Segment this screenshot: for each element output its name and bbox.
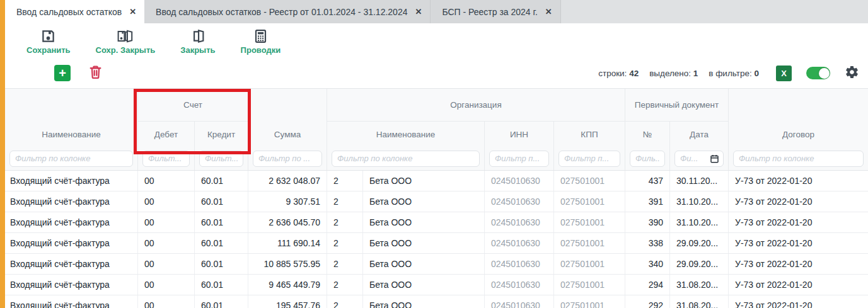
- grid-toggle-switch[interactable]: [806, 67, 830, 79]
- cell-doc_name[interactable]: Входящий счёт-фактура: [5, 212, 137, 232]
- cell-number[interactable]: 391: [625, 191, 669, 212]
- cell-org_code[interactable]: 2: [327, 191, 362, 212]
- cell-org_code[interactable]: 2: [327, 254, 362, 274]
- filter-input-kpp[interactable]: [558, 151, 620, 167]
- cell-credit[interactable]: 60.01: [194, 171, 248, 191]
- cell-inn[interactable]: 0245010630: [484, 212, 553, 232]
- cell-org_name[interactable]: Бета ООО: [362, 212, 484, 232]
- tab-close-icon[interactable]: ✕: [415, 8, 422, 16]
- column-header-date[interactable]: Дата: [669, 122, 728, 147]
- cell-debit[interactable]: 00: [137, 254, 194, 274]
- table-row[interactable]: Входящий счёт-фактура0060.01111 690.142Б…: [5, 233, 868, 254]
- calendar-icon[interactable]: [710, 154, 719, 163]
- cell-org_name[interactable]: Бета ООО: [362, 191, 484, 212]
- cell-sum[interactable]: 9 307.51: [248, 191, 327, 212]
- cell-number[interactable]: 294: [625, 275, 669, 295]
- cell-org_code[interactable]: 2: [327, 275, 362, 295]
- cell-debit[interactable]: 00: [137, 275, 194, 295]
- cell-sum[interactable]: 9 465 449.79: [248, 275, 327, 295]
- toolbar-button-save[interactable]: Сохранить: [21, 26, 76, 55]
- excel-export-button[interactable]: X: [776, 66, 792, 81]
- column-header-inn[interactable]: ИНН: [484, 122, 553, 147]
- cell-number[interactable]: 340: [625, 254, 669, 274]
- cell-org_code[interactable]: 2: [327, 295, 362, 308]
- table-row[interactable]: Входящий счёт-фактура0060.019 465 449.79…: [5, 275, 868, 295]
- cell-org_name[interactable]: Бета ООО: [362, 254, 484, 274]
- filter-input-inn[interactable]: [489, 151, 549, 167]
- cell-date[interactable]: 29.09.20...: [669, 254, 728, 274]
- cell-number[interactable]: 292: [625, 295, 669, 308]
- column-header-sum[interactable]: Сумма: [248, 89, 327, 147]
- cell-inn[interactable]: 0245010630: [484, 233, 553, 253]
- cell-inn[interactable]: 0245010630: [484, 171, 553, 191]
- cell-contract[interactable]: У-73 от 2022-01-20: [728, 212, 868, 232]
- column-header-org[interactable]: Наименование: [327, 122, 484, 147]
- cell-contract[interactable]: У-73 от 2022-01-20: [728, 254, 868, 274]
- cell-doc_name[interactable]: Входящий счёт-фактура: [5, 191, 137, 212]
- cell-org_name[interactable]: Бета ООО: [362, 295, 484, 308]
- cell-inn[interactable]: 0245010630: [484, 295, 553, 308]
- cell-sum[interactable]: 2 632 048.07: [248, 171, 327, 191]
- filter-input-doc_name[interactable]: [9, 151, 133, 167]
- cell-inn[interactable]: 0245010630: [484, 275, 553, 295]
- cell-kpp[interactable]: 027501001: [553, 254, 625, 274]
- cell-date[interactable]: 31.10.20...: [669, 191, 728, 212]
- delete-row-button[interactable]: [88, 64, 103, 83]
- cell-debit[interactable]: 00: [137, 171, 194, 191]
- cell-credit[interactable]: 60.01: [194, 295, 248, 308]
- cell-org_name[interactable]: Бета ООО: [362, 275, 484, 295]
- table-row[interactable]: Входящий счёт-фактура0060.012 636 045.70…: [5, 212, 868, 233]
- cell-kpp[interactable]: 027501001: [553, 233, 625, 253]
- toolbar-button-postings[interactable]: Проводки: [236, 26, 286, 55]
- cell-sum[interactable]: 195 457.76: [248, 295, 327, 308]
- filter-input-sum[interactable]: [253, 151, 322, 167]
- cell-contract[interactable]: У-73 от 2022-01-20: [728, 275, 868, 295]
- cell-sum[interactable]: 10 885 575.95: [248, 254, 327, 274]
- toolbar-button-save-close[interactable]: Сохр. Закрыть: [91, 26, 161, 55]
- cell-contract[interactable]: У-73 от 2022-01-20: [728, 191, 868, 212]
- filter-input-contract[interactable]: [733, 151, 864, 167]
- column-header-doc_name[interactable]: Наименование: [5, 89, 137, 147]
- table-row[interactable]: Входящий счёт-фактура0060.019 307.512Бет…: [5, 191, 868, 212]
- cell-number[interactable]: 338: [625, 233, 669, 253]
- filter-input-debit[interactable]: [142, 151, 190, 167]
- cell-date[interactable]: 30.11.20...: [669, 171, 728, 191]
- cell-credit[interactable]: 60.01: [194, 191, 248, 212]
- cell-sum[interactable]: 111 690.14: [248, 233, 327, 253]
- cell-debit[interactable]: 00: [137, 191, 194, 212]
- cell-inn[interactable]: 0245010630: [484, 191, 553, 212]
- filter-input-number[interactable]: [630, 151, 665, 167]
- cell-date[interactable]: 31.08.20...: [669, 295, 728, 308]
- cell-org_name[interactable]: Бета ООО: [362, 233, 484, 253]
- cell-sum[interactable]: 2 636 045.70: [248, 212, 327, 232]
- table-row[interactable]: Входящий счёт-фактура0060.0110 885 575.9…: [5, 254, 868, 275]
- column-header-number[interactable]: №: [625, 122, 669, 147]
- column-header-debit[interactable]: Дебет: [137, 122, 194, 147]
- tab-2[interactable]: БСП - Реестр за 2024 г.✕: [431, 0, 560, 23]
- filter-input-org[interactable]: [332, 151, 480, 167]
- cell-org_name[interactable]: Бета ООО: [362, 171, 484, 191]
- cell-doc_name[interactable]: Входящий счёт-фактура: [5, 233, 137, 253]
- cell-contract[interactable]: У-73 от 2022-01-20: [728, 233, 868, 253]
- table-row[interactable]: Входящий счёт-фактура0060.012 632 048.07…: [5, 171, 868, 191]
- tab-1[interactable]: Ввод сальдовых остатков - Реестр от 01.0…: [144, 0, 431, 23]
- cell-inn[interactable]: 0245010630: [484, 254, 553, 274]
- cell-date[interactable]: 31.10.20...: [669, 212, 728, 232]
- cell-doc_name[interactable]: Входящий счёт-фактура: [5, 254, 137, 274]
- filter-input-credit[interactable]: [199, 151, 243, 167]
- tab-0[interactable]: Ввод сальдовых остатков✕: [5, 0, 144, 23]
- cell-date[interactable]: 31.08.20...: [669, 275, 728, 295]
- cell-kpp[interactable]: 027501001: [553, 171, 625, 191]
- cell-contract[interactable]: У-73 от 2022-01-20: [728, 295, 868, 308]
- column-header-credit[interactable]: Кредит: [194, 122, 248, 147]
- toolbar-button-close[interactable]: Закрыть: [175, 26, 220, 55]
- tab-close-icon[interactable]: ✕: [545, 8, 552, 16]
- tab-close-icon[interactable]: ✕: [129, 8, 136, 16]
- add-row-button[interactable]: +: [54, 65, 71, 81]
- cell-number[interactable]: 437: [625, 171, 669, 191]
- cell-debit[interactable]: 00: [137, 212, 194, 232]
- cell-kpp[interactable]: 027501001: [553, 191, 625, 212]
- cell-date[interactable]: 29.09.20...: [669, 233, 728, 253]
- cell-kpp[interactable]: 027501001: [553, 275, 625, 295]
- cell-kpp[interactable]: 027501001: [553, 295, 625, 308]
